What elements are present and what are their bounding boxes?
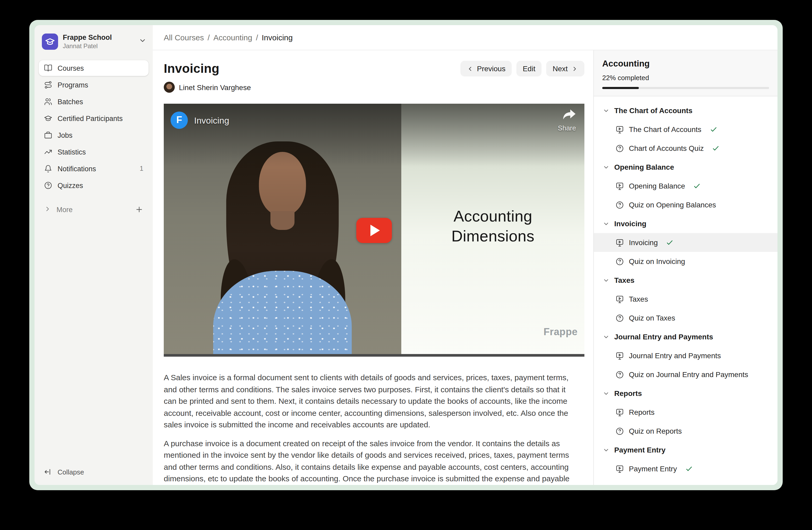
share-arrow-icon (563, 109, 576, 121)
chevron-down-icon (139, 37, 146, 46)
chevron-down-icon (603, 390, 610, 397)
page-title: Invoicing (164, 61, 219, 76)
frappe-watermark: Frappe (543, 326, 578, 338)
outline-item-chart-of-accounts-quiz[interactable]: Chart of Accounts Quiz (594, 139, 778, 158)
previous-button[interactable]: Previous (460, 61, 512, 76)
outline-section-title: Opening Balance (614, 163, 674, 171)
sidebar-item-certified-participants[interactable]: Certified Participants (39, 111, 149, 126)
chevron-down-icon (603, 220, 610, 227)
outline-item-opening-balance[interactable]: Opening Balance (594, 177, 778, 195)
outline-section-title: The Chart of Accounts (614, 106, 693, 115)
sidebar-item-label: Courses (58, 64, 84, 72)
sidebar-item-label: Certified Participants (58, 114, 123, 122)
breadcrumb-course[interactable]: Accounting (214, 33, 252, 42)
check-icon (709, 125, 717, 134)
left-sidebar: Frappe School Jannat Patel CoursesProgra… (34, 25, 153, 485)
outline-section-reports[interactable]: Reports (594, 384, 778, 403)
collapse-sidebar-button[interactable]: Collapse (39, 463, 149, 481)
school-name: Frappe School (63, 33, 134, 42)
breadcrumb-all-courses[interactable]: All Courses (164, 33, 204, 42)
outline-item-journal-entry-and-payments[interactable]: Journal Entry and Payments (594, 346, 778, 365)
video-player[interactable]: Accounting Dimensions Frappe F Invoicing (164, 104, 584, 357)
lesson-icon (615, 181, 624, 190)
outline-section-title: Payment Entry (614, 446, 666, 454)
course-outline-header: Accounting 22% completed (594, 50, 778, 96)
quiz-icon (615, 200, 624, 209)
outline-section-invoicing[interactable]: Invoicing (594, 214, 778, 233)
outline-item-invoicing[interactable]: Invoicing (594, 233, 778, 252)
route-icon (44, 81, 52, 89)
quiz-icon (615, 144, 624, 153)
outline-item-label: Quiz on Reports (629, 427, 682, 435)
video-timeline[interactable] (164, 354, 584, 357)
outline-section-the-chart-of-accounts[interactable]: The Chart of Accounts (594, 101, 778, 120)
author-avatar (164, 82, 175, 93)
outline-item-quiz-on-taxes[interactable]: Quiz on Taxes (594, 308, 778, 327)
breadcrumb: All Courses / Accounting / Invoicing (153, 25, 778, 50)
outline-section-opening-balance[interactable]: Opening Balance (594, 158, 778, 177)
check-icon (685, 464, 693, 473)
check-icon (712, 144, 720, 152)
sidebar-item-quizzes[interactable]: Quizzes (39, 178, 149, 193)
outline-item-quiz-on-invoicing[interactable]: Quiz on Invoicing (594, 252, 778, 271)
next-button[interactable]: Next (546, 61, 584, 76)
outline-section-taxes[interactable]: Taxes (594, 271, 778, 290)
video-overlay-title[interactable]: Invoicing (194, 116, 229, 126)
chevron-down-icon (603, 164, 610, 170)
outline-item-quiz-on-journal-entry-and-payments[interactable]: Quiz on Journal Entry and Payments (594, 365, 778, 384)
sidebar-item-label: Batches (58, 98, 83, 106)
trending-up-icon (44, 148, 52, 156)
bell-icon (44, 165, 52, 173)
outline-item-payment-entry[interactable]: Payment Entry (594, 459, 778, 478)
sidebar-item-label: Notifications (58, 165, 96, 172)
outline-item-quiz-on-opening-balances[interactable]: Quiz on Opening Balances (594, 195, 778, 214)
app-window-frame: Frappe School Jannat Patel CoursesProgra… (29, 20, 783, 490)
outline-item-reports[interactable]: Reports (594, 403, 778, 422)
author-row: Linet Sherin Varghese (164, 82, 584, 93)
graduation-cap-icon (44, 114, 52, 123)
sidebar-item-notifications[interactable]: Notifications1 (39, 161, 149, 177)
sidebar-item-statistics[interactable]: Statistics (39, 144, 149, 160)
play-button[interactable] (356, 218, 392, 243)
lesson-icon (615, 351, 624, 360)
sidebar-item-courses[interactable]: Courses (39, 60, 149, 76)
users-icon (44, 97, 52, 106)
outline-section-journal-entry-and-payments[interactable]: Journal Entry and Payments (594, 327, 778, 346)
course-progress-fill (602, 87, 639, 89)
outline-section-title: Journal Entry and Payments (614, 333, 713, 341)
video-share-button[interactable]: Share (558, 109, 576, 132)
graduation-cap-icon (45, 37, 55, 46)
outline-item-label: Reports (629, 408, 654, 416)
chevron-down-icon (603, 107, 610, 114)
outline-item-label: Quiz on Journal Entry and Payments (629, 370, 748, 379)
school-meta: Frappe School Jannat Patel (63, 33, 134, 50)
lesson-nav-buttons: Previous Edit Next (460, 61, 584, 76)
edit-label: Edit (523, 65, 535, 73)
outline-section-title: Invoicing (614, 220, 647, 228)
lesson-paragraph: A Sales invoice is a formal document sen… (164, 372, 573, 431)
outline-item-label: Quiz on Taxes (629, 314, 675, 322)
sidebar-item-more[interactable]: More (39, 201, 149, 217)
sidebar-item-batches[interactable]: Batches (39, 94, 149, 110)
sidebar-item-label: Jobs (58, 131, 72, 139)
video-channel-avatar[interactable]: F (171, 112, 188, 129)
sidebar-item-programs[interactable]: Programs (39, 77, 149, 93)
lesson-body-text: A Sales invoice is a formal document sen… (164, 372, 573, 485)
outline-item-quiz-on-reports[interactable]: Quiz on Reports (594, 422, 778, 441)
breadcrumb-separator: / (204, 33, 213, 42)
lesson-icon (615, 295, 624, 304)
school-switcher[interactable]: Frappe School Jannat Patel (39, 29, 149, 54)
quiz-icon (615, 313, 624, 322)
course-outline-list: The Chart of AccountsThe Chart of Accoun… (594, 96, 778, 485)
lesson-icon (615, 238, 624, 247)
sidebar-item-jobs[interactable]: Jobs (39, 127, 149, 143)
outline-item-taxes[interactable]: Taxes (594, 290, 778, 308)
edit-button[interactable]: Edit (517, 61, 541, 76)
chevron-right-icon (571, 65, 578, 72)
notification-count-badge: 1 (140, 165, 143, 172)
outline-item-the-chart-of-accounts[interactable]: The Chart of Accounts (594, 120, 778, 139)
help-circle-icon (44, 181, 52, 190)
app-window: Frappe School Jannat Patel CoursesProgra… (34, 25, 778, 485)
outline-section-payment-entry[interactable]: Payment Entry (594, 441, 778, 459)
plus-icon[interactable] (135, 205, 143, 214)
